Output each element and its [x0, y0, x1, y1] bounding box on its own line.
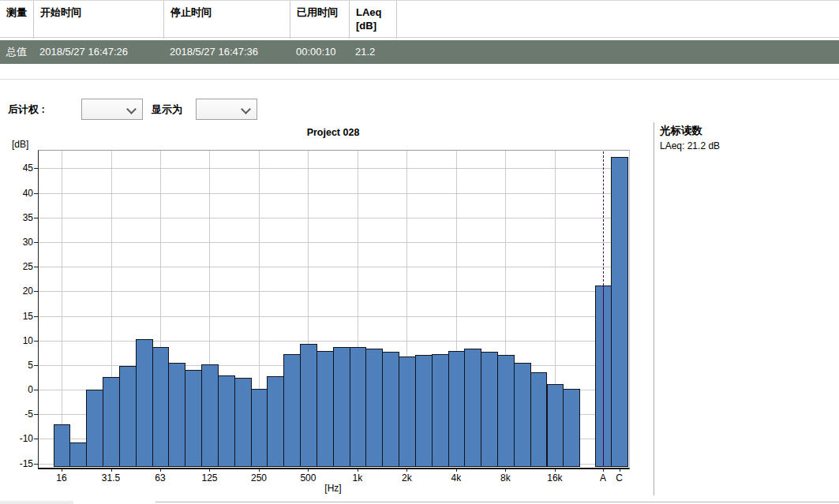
- cell-elapsed-time: 00:00:10: [296, 40, 336, 64]
- post-weighting-label: 后计权 :: [8, 99, 45, 120]
- bar-1.25k[interactable]: [365, 349, 383, 467]
- h-gridline: [39, 218, 628, 218]
- y-tick: [34, 365, 38, 366]
- x-tick-label: 250: [240, 472, 278, 483]
- display-as-select[interactable]: [196, 99, 257, 120]
- x-tick-label: 4k: [437, 472, 475, 483]
- y-tick-label: 20: [0, 286, 33, 297]
- bar-2.5k[interactable]: [415, 355, 433, 467]
- cursor-line-dashed[interactable]: [603, 151, 604, 286]
- cell-stop-time: 2018/5/27 16:47:36: [170, 40, 258, 64]
- bar-12.5k[interactable]: [530, 372, 548, 467]
- bar-800[interactable]: [333, 347, 350, 467]
- bar-315[interactable]: [267, 376, 284, 467]
- y-tick-label: -10: [0, 433, 33, 444]
- bar-16[interactable]: [54, 424, 71, 467]
- y-tick: [34, 464, 38, 465]
- bar-80[interactable]: [168, 363, 185, 467]
- x-tick-label: 16k: [536, 472, 574, 483]
- bar-16k[interactable]: [547, 384, 564, 467]
- bar-20k[interactable]: [563, 389, 580, 467]
- y-tick: [34, 242, 38, 243]
- cell-start-time: 2018/5/27 16:47:26: [39, 40, 128, 64]
- x-tick: [406, 469, 407, 472]
- y-tick: [34, 267, 38, 267]
- bar-500[interactable]: [300, 344, 317, 467]
- y-tick: [34, 316, 38, 317]
- x-tick: [160, 469, 161, 472]
- col-header-start-time: 开始时间: [34, 1, 164, 39]
- app-window: 测量 开始时间 停止时间 已用时间 LAeq [dB] 总值 2018/5/27…: [0, 0, 839, 504]
- bar-20[interactable]: [69, 442, 87, 467]
- cursor-readout-title: 光标读数: [660, 124, 702, 138]
- y-tick: [34, 291, 38, 292]
- bar-2k[interactable]: [399, 357, 416, 467]
- bar-25[interactable]: [86, 390, 103, 467]
- h-gridline: [39, 341, 628, 342]
- x-tick: [456, 469, 457, 472]
- bottom-divider: [155, 502, 839, 502]
- x-tick: [620, 469, 620, 472]
- bar-100[interactable]: [185, 370, 202, 467]
- h-gridline: [39, 193, 628, 194]
- col-header-measurement: 测量: [0, 1, 34, 39]
- cursor-readout-value: LAeq: 21.2 dB: [660, 140, 720, 151]
- bar-200[interactable]: [234, 378, 252, 467]
- y-tick: [34, 414, 38, 415]
- bar-5k[interactable]: [464, 349, 481, 467]
- col-header-stop-time: 停止时间: [164, 1, 290, 39]
- y-tick-label: 45: [0, 162, 33, 174]
- post-weighting-select[interactable]: [81, 99, 143, 120]
- h-gridline: [39, 316, 628, 317]
- bar-630[interactable]: [316, 351, 334, 467]
- bar-160[interactable]: [218, 375, 235, 467]
- x-tick-label: C: [609, 472, 631, 483]
- x-tick: [259, 469, 260, 472]
- bar-50[interactable]: [136, 339, 153, 467]
- bar-125[interactable]: [201, 364, 219, 467]
- cell-measurement: 总值: [6, 40, 27, 64]
- bar-1.6k[interactable]: [382, 352, 399, 467]
- bar-4k[interactable]: [448, 351, 466, 467]
- bar-C[interactable]: [611, 157, 628, 467]
- laeq-header-line1: LAeq: [356, 6, 382, 18]
- x-tick-label: 31.5: [92, 472, 130, 483]
- bar-40[interactable]: [119, 366, 137, 467]
- x-tick: [555, 469, 556, 472]
- y-tick: [34, 439, 38, 439]
- bar-3.15k[interactable]: [432, 354, 449, 467]
- h-gridline: [39, 267, 628, 267]
- cursor-line-solid[interactable]: [603, 286, 605, 467]
- y-tick-label: 35: [0, 212, 33, 223]
- bar-250[interactable]: [251, 389, 268, 467]
- h-gridline: [39, 242, 628, 243]
- x-tick-label: 63: [141, 472, 179, 483]
- bar-31.5[interactable]: [103, 377, 120, 467]
- y-tick: [34, 168, 38, 169]
- y-tick: [34, 193, 38, 194]
- y-tick-label: -5: [0, 409, 33, 420]
- x-tick: [358, 469, 358, 472]
- y-tick-label: 10: [0, 335, 33, 346]
- col-header-laeq: LAeq [dB]: [350, 1, 397, 39]
- h-gridline: [39, 291, 628, 292]
- x-tick-label: 125: [190, 472, 228, 483]
- y-tick-label: 40: [0, 188, 33, 199]
- x-tick: [62, 469, 62, 472]
- bar-400[interactable]: [283, 354, 301, 467]
- y-tick-label: -15: [0, 458, 33, 469]
- panel-divider: [654, 122, 654, 495]
- bar-8k[interactable]: [497, 355, 515, 467]
- bar-63[interactable]: [152, 347, 170, 467]
- chevron-down-icon: [126, 104, 137, 114]
- x-tick: [111, 469, 112, 472]
- x-tick-label: 8k: [486, 472, 524, 483]
- x-tick: [308, 469, 309, 472]
- section-divider: [0, 79, 839, 80]
- table-row-total[interactable]: 总值 2018/5/27 16:47:26 2018/5/27 16:47:36…: [0, 40, 839, 64]
- h-gridline: [39, 168, 628, 169]
- bar-10k[interactable]: [514, 363, 531, 467]
- bar-1k[interactable]: [350, 347, 367, 467]
- bar-6.3k[interactable]: [481, 352, 498, 467]
- y-tick-label: 5: [0, 360, 33, 371]
